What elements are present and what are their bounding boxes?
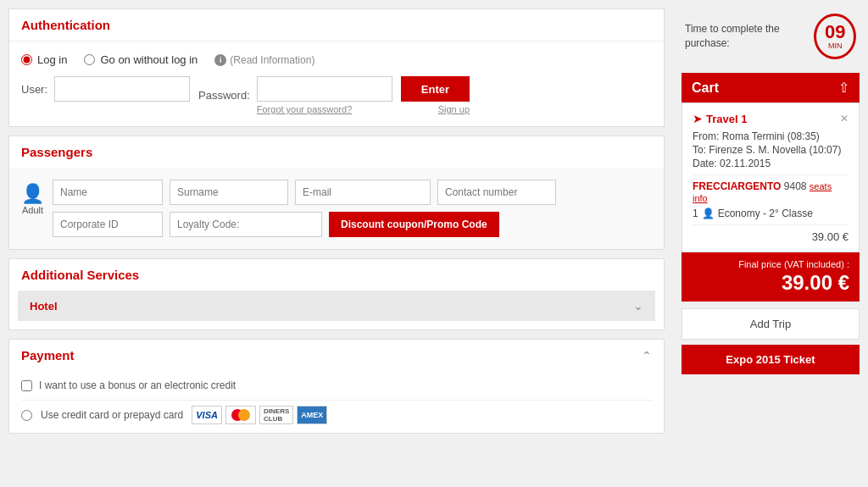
corporate-input[interactable]: [53, 212, 163, 237]
payment-body: I want to use a bonus or an electronic c…: [9, 371, 664, 433]
cart-header[interactable]: Cart ⇧: [682, 73, 860, 102]
passenger-row2: Discount coupon/Promo Code: [53, 212, 652, 237]
name-input[interactable]: [53, 180, 163, 205]
hotel-label: Hotel: [30, 300, 58, 313]
info-icon: i: [214, 54, 226, 66]
cart-price: 39.00 €: [693, 224, 849, 243]
add-trip-button[interactable]: Add Trip: [682, 308, 860, 340]
authentication-header: Authentication: [9, 9, 664, 42]
passengers-title: Passengers: [21, 145, 652, 159]
diners-card-icon: DINERSCLUB: [259, 406, 293, 424]
cart-divider: [693, 174, 849, 175]
price-value: 39.00 €: [812, 230, 849, 243]
timer-circle: 09 MIN: [814, 14, 856, 59]
from-value: Roma Termini (08:35): [722, 130, 820, 142]
auth-options: Log in Go on without log in i (Read Info…: [21, 53, 652, 66]
email-input[interactable]: [295, 180, 431, 205]
visa-card-icon: VISA: [192, 406, 222, 424]
expo-ticket-button[interactable]: Expo 2015 Ticket: [682, 345, 860, 374]
travel-row: ➤ Travel 1 ✕: [693, 112, 849, 125]
payment-title: Payment: [21, 348, 75, 362]
bonus-label: I want to use a bonus or an electronic c…: [39, 379, 236, 391]
discount-button[interactable]: Discount coupon/Promo Code: [329, 212, 499, 237]
card-icons: VISA DINERSCLUB AMEX: [192, 406, 327, 424]
nologin-radio[interactable]: [84, 54, 95, 65]
timer-min-label: MIN: [828, 42, 843, 50]
date-value: 02.11.2015: [720, 158, 771, 169]
passenger-info-row: 1 👤 Economy - 2° Classe: [693, 208, 849, 219]
signup-link[interactable]: Sign up: [438, 104, 470, 114]
bonus-checkbox[interactable]: [21, 380, 32, 391]
bonus-row: I want to use a bonus or an electronic c…: [21, 379, 652, 391]
timer-number: 09: [825, 23, 845, 42]
authentication-body: Log in Go on without log in i (Read Info…: [9, 42, 664, 126]
passengers-body: 👤 Adult Discount coupo: [9, 168, 664, 249]
to-label: To:: [693, 144, 706, 156]
passenger-row: 👤 Adult Discount coupo: [21, 180, 652, 237]
read-info: i (Read Information): [214, 54, 314, 66]
read-info-label: (Read Information): [230, 54, 314, 66]
passenger-count: 1: [693, 208, 698, 219]
forgot-password-link[interactable]: Forgot your password?: [257, 104, 392, 114]
nologin-option[interactable]: Go on without log in: [84, 53, 198, 66]
cart-from: From: Roma Termini (08:35): [693, 130, 849, 142]
payment-divider: [21, 400, 652, 401]
class-info: Economy - 2° Classe: [718, 208, 813, 219]
to-value: Firenze S. M. Novella (10:07): [709, 144, 841, 156]
login-option[interactable]: Log in: [21, 53, 67, 66]
credit-label: Use credit card or prepayd card: [41, 409, 183, 421]
date-label: Date:: [693, 158, 717, 169]
user-input[interactable]: [54, 76, 190, 102]
passengers-section: Passengers 👤 Adult: [8, 136, 665, 250]
passenger-person-icon: 👤: [702, 208, 715, 219]
additional-services-section: Additional Services Hotel ⌄: [8, 258, 665, 330]
additional-services-header: Additional Services: [9, 259, 664, 291]
loyalty-input[interactable]: [170, 212, 322, 237]
authentication-section: Authentication Log in Go on without log …: [8, 8, 665, 127]
final-price-box: Final price (VAT included) : 39.00 €: [682, 252, 860, 302]
login-label: Log in: [37, 53, 67, 66]
from-label: From:: [693, 130, 719, 142]
password-label: Password:: [198, 89, 250, 102]
cart-title: Cart: [692, 80, 719, 96]
contact-input[interactable]: [437, 180, 556, 205]
nologin-label: Go on without log in: [100, 53, 198, 66]
train-info: FRECCIARGENTO 9408 seats info: [693, 180, 849, 204]
user-label: User:: [21, 83, 47, 96]
close-travel-icon[interactable]: ✕: [840, 113, 849, 125]
mastercard-icon: [225, 406, 256, 424]
passengers-header: Passengers: [9, 136, 664, 168]
cart-collapse-icon: ⇧: [838, 80, 849, 96]
payment-header[interactable]: Payment ⌃: [9, 340, 664, 371]
person-icon: 👤: [21, 183, 44, 205]
enter-button[interactable]: Enter: [401, 76, 470, 102]
adult-label: Adult: [22, 205, 43, 215]
travel-arrow-icon: ➤: [693, 112, 703, 125]
final-price-label: Final price (VAT included) :: [692, 259, 849, 269]
passenger-fields: Discount coupon/Promo Code: [53, 180, 652, 237]
authentication-title: Authentication: [21, 18, 652, 32]
amex-card-icon: AMEX: [297, 406, 327, 424]
timer-area: Time to complete the purchase: 09 MIN: [682, 8, 860, 64]
hotel-row[interactable]: Hotel ⌄: [18, 291, 655, 321]
payment-chevron-icon: ⌃: [642, 349, 652, 362]
user-field-group: User:: [21, 76, 190, 102]
sidebar: Time to complete the purchase: 09 MIN Ca…: [673, 0, 868, 487]
timer-label: Time to complete the purchase:: [685, 22, 814, 51]
cart-date: Date: 02.11.2015: [693, 158, 849, 169]
passenger-row1: [53, 180, 652, 205]
password-field-group: Password: Forgot your password?: [198, 76, 392, 114]
payment-section: Payment ⌃ I want to use a bonus or an el…: [8, 339, 665, 434]
passenger-icon-group: 👤 Adult: [21, 183, 44, 215]
chevron-down-icon: ⌄: [633, 299, 643, 313]
cart-body: ➤ Travel 1 ✕ From: Roma Termini (08:35) …: [682, 102, 860, 252]
train-name: FRECCIARGENTO: [693, 180, 781, 192]
credit-radio[interactable]: [21, 410, 32, 421]
surname-input[interactable]: [170, 180, 288, 205]
train-number: 9408: [784, 180, 807, 192]
travel-title: Travel 1: [706, 113, 747, 125]
login-radio[interactable]: [21, 54, 32, 65]
password-input[interactable]: [257, 76, 392, 102]
additional-services-title: Additional Services: [21, 268, 652, 282]
cart-to: To: Firenze S. M. Novella (10:07): [693, 144, 849, 156]
